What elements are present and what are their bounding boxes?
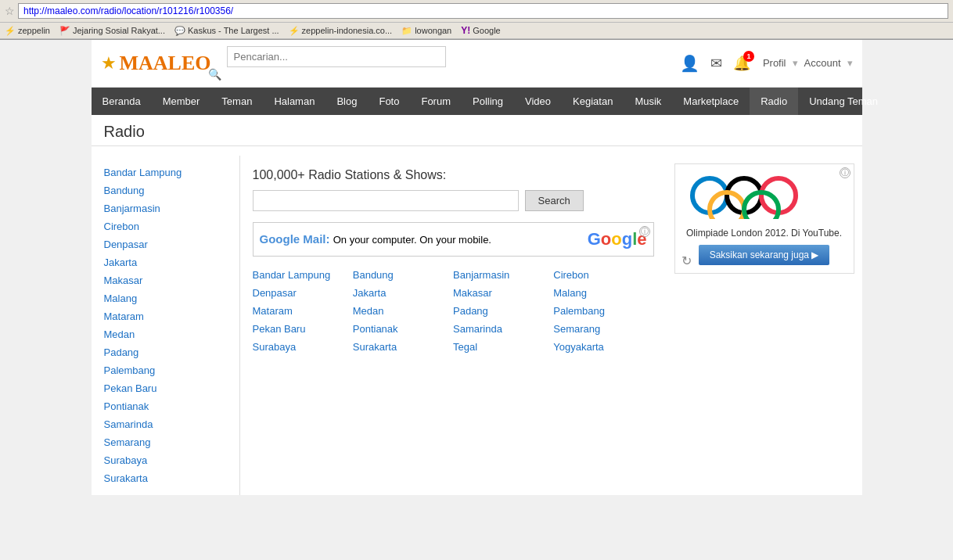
nav-undang-teman[interactable]: Undang Teman: [798, 88, 889, 115]
notification-badge: 1: [743, 51, 754, 62]
city-link[interactable]: Banjarmasin: [453, 267, 553, 282]
main-navigation: Beranda Member Teman Halaman Blog Foto F…: [92, 88, 862, 115]
cities-grid: Bandar Lampung Bandung Banjarmasin Cireb…: [253, 267, 654, 354]
profil-link[interactable]: Profil: [763, 57, 786, 69]
nav-video[interactable]: Video: [514, 88, 562, 115]
olympic-ad-text: Olimpiade London 2012. Di YouTube.: [683, 228, 846, 239]
city-link[interactable]: Surakarta: [353, 339, 453, 354]
city-link[interactable]: Semarang: [553, 321, 653, 336]
olympic-rings-svg: [686, 172, 843, 219]
ad-info-icon[interactable]: ⓘ: [639, 226, 650, 237]
nav-beranda[interactable]: Beranda: [92, 88, 152, 115]
right-ad-info-icon[interactable]: ⓘ: [840, 167, 851, 178]
city-link[interactable]: Tegal: [453, 339, 553, 354]
city-link[interactable]: Medan: [353, 303, 453, 318]
messages-icon[interactable]: ✉: [710, 55, 722, 72]
bookmark-zeppelin[interactable]: ⚡ zeppelin: [5, 26, 50, 36]
sidebar-item[interactable]: Palembang: [92, 361, 239, 379]
city-link[interactable]: Padang: [453, 303, 553, 318]
city-link[interactable]: Samarinda: [453, 321, 553, 336]
bookmark-jejaring[interactable]: 🚩 Jejaring Sosial Rakyat...: [59, 26, 165, 36]
city-link[interactable]: Yogyakarta: [553, 339, 653, 354]
bookmark-zeppelin-id[interactable]: ⚡ zeppelin-indonesia.co...: [289, 26, 393, 36]
profile-icon[interactable]: 👤: [680, 54, 699, 73]
sidebar-item[interactable]: Medan: [92, 325, 239, 343]
sidebar-item[interactable]: Cirebon: [92, 217, 239, 235]
olympic-ad: ⓘ Olimpiade London 2012. Di YouTube. Sak…: [674, 163, 854, 274]
nav-polling[interactable]: Polling: [462, 88, 514, 115]
bookmark-star-icon[interactable]: ☆: [5, 5, 15, 17]
sidebar-item[interactable]: Bandung: [92, 181, 239, 199]
sidebar-item[interactable]: Padang: [92, 343, 239, 361]
city-link[interactable]: Malang: [553, 285, 653, 300]
olympic-ad-button[interactable]: Saksikan sekarang juga ▶: [699, 245, 830, 265]
city-link[interactable]: Denpasar: [253, 285, 353, 300]
logo-star-icon: ★: [101, 53, 117, 74]
city-link[interactable]: Pontianak: [353, 321, 453, 336]
sidebar-item[interactable]: Banjarmasin: [92, 199, 239, 217]
city-link[interactable]: Palembang: [553, 303, 653, 318]
sidebar-item[interactable]: Surakarta: [92, 469, 239, 487]
sidebar-item[interactable]: Makasar: [92, 271, 239, 289]
nav-forum[interactable]: Forum: [410, 88, 462, 115]
right-ad-panel: ⓘ Olimpiade London 2012. Di YouTube. Sak…: [667, 156, 862, 495]
address-bar[interactable]: [18, 3, 948, 19]
sidebar-item[interactable]: Pontianak: [92, 397, 239, 415]
sidebar-item[interactable]: Denpasar: [92, 235, 239, 253]
search-input[interactable]: [227, 46, 446, 67]
city-link[interactable]: Bandar Lampung: [253, 267, 353, 282]
city-link[interactable]: Jakarta: [353, 285, 453, 300]
sidebar-item[interactable]: Samarinda: [92, 415, 239, 433]
search-icon-button[interactable]: 🔍: [208, 68, 221, 81]
logo[interactable]: ★ MAALEO: [101, 52, 211, 75]
city-link[interactable]: Makasar: [453, 285, 553, 300]
sidebar-item[interactable]: Jakarta: [92, 253, 239, 271]
nav-member[interactable]: Member: [152, 88, 211, 115]
radio-search-input[interactable]: [253, 190, 519, 211]
sidebar-item[interactable]: Semarang: [92, 433, 239, 451]
sidebar-item[interactable]: Malang: [92, 289, 239, 307]
nav-foto[interactable]: Foto: [368, 88, 410, 115]
sidebar-item[interactable]: Pekan Baru: [92, 379, 239, 397]
city-link[interactable]: Surabaya: [253, 339, 353, 354]
account-link[interactable]: Account: [804, 57, 841, 69]
refresh-icon[interactable]: ↻: [681, 253, 692, 268]
city-link[interactable]: Mataram: [253, 303, 353, 318]
page-title: Radio: [92, 115, 862, 146]
logo-text: MAALEO: [120, 52, 211, 75]
nav-marketplace[interactable]: Marketplace: [672, 88, 750, 115]
nav-teman[interactable]: Teman: [210, 88, 263, 115]
nav-radio[interactable]: Radio: [750, 88, 798, 115]
bookmark-lowongan[interactable]: 📁 lowongan: [401, 26, 451, 36]
sidebar: Bandar Lampung Bandung Banjarmasin Cireb…: [92, 156, 240, 495]
nav-musik[interactable]: Musik: [624, 88, 672, 115]
bookmark-google[interactable]: Y! Google: [461, 25, 500, 36]
notifications-icon[interactable]: 🔔 1: [733, 55, 750, 72]
google-logo: Google: [588, 229, 647, 249]
radio-search-button[interactable]: Search: [525, 190, 584, 211]
gmail-ad-banner: ⓘ Google Mail: On your computer. On your…: [253, 222, 654, 257]
bookmark-kaskus[interactable]: 💬 Kaskus - The Largest ...: [174, 26, 279, 36]
sidebar-item[interactable]: Bandar Lampung: [92, 163, 239, 181]
city-link[interactable]: Bandung: [353, 267, 453, 282]
radio-stations-header: 100,000+ Radio Stations & Shows:: [253, 168, 654, 182]
nav-kegiatan[interactable]: Kegiatan: [562, 88, 624, 115]
city-link[interactable]: Pekan Baru: [253, 321, 353, 336]
ad-gmail-label: Google Mail:: [260, 232, 333, 246]
nav-blog[interactable]: Blog: [325, 88, 368, 115]
search-box: 🔍: [227, 46, 446, 81]
city-link[interactable]: Cirebon: [553, 267, 653, 282]
sidebar-item[interactable]: Mataram: [92, 307, 239, 325]
ad-gmail-text: On your computer. On your mobile.: [333, 234, 491, 246]
sidebar-item[interactable]: Surabaya: [92, 451, 239, 469]
nav-halaman[interactable]: Halaman: [263, 88, 325, 115]
main-content: 100,000+ Radio Stations & Shows: Search …: [240, 156, 667, 495]
bookmarks-bar: ⚡ zeppelin 🚩 Jejaring Sosial Rakyat... 💬…: [0, 23, 953, 39]
